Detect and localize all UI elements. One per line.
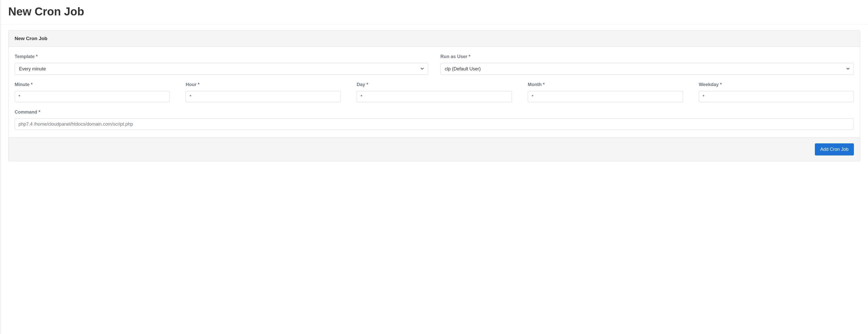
field-minute: Minute * bbox=[14, 82, 169, 102]
run-as-user-label: Run as User * bbox=[440, 54, 854, 59]
field-command: Command * bbox=[14, 109, 854, 130]
row-template-user: Template * Every minute Run as User * bbox=[14, 54, 854, 75]
day-input[interactable] bbox=[357, 91, 512, 102]
hour-input[interactable] bbox=[186, 91, 341, 102]
panel-footer: Add Cron Job bbox=[8, 137, 860, 161]
page-title: New Cron Job bbox=[1, 3, 868, 24]
minute-input[interactable] bbox=[14, 91, 169, 102]
add-cron-job-button[interactable]: Add Cron Job bbox=[815, 143, 854, 156]
day-label: Day * bbox=[357, 82, 512, 87]
title-divider bbox=[1, 24, 868, 25]
command-input[interactable] bbox=[14, 118, 854, 130]
panel-header-title: New Cron Job bbox=[14, 36, 854, 41]
template-select[interactable]: Every minute bbox=[14, 63, 428, 75]
minute-label: Minute * bbox=[14, 82, 169, 87]
month-label: Month * bbox=[528, 82, 683, 87]
field-weekday: Weekday * bbox=[699, 82, 854, 102]
weekday-label: Weekday * bbox=[699, 82, 854, 87]
month-input[interactable] bbox=[528, 91, 683, 102]
field-month: Month * bbox=[528, 82, 683, 102]
run-as-user-select[interactable]: clp (Default User) bbox=[440, 63, 854, 75]
run-as-user-select-wrap: clp (Default User) bbox=[440, 63, 854, 75]
field-template: Template * Every minute bbox=[14, 54, 428, 75]
panel-body: Template * Every minute Run as User * bbox=[8, 47, 860, 137]
template-label: Template * bbox=[14, 54, 428, 59]
cron-job-panel: New Cron Job Template * Every minute bbox=[8, 30, 860, 161]
weekday-input[interactable] bbox=[699, 91, 854, 102]
template-select-wrap: Every minute bbox=[14, 63, 428, 75]
field-run-as-user: Run as User * clp (Default User) bbox=[440, 54, 854, 75]
panel-header: New Cron Job bbox=[8, 31, 860, 47]
command-label: Command * bbox=[14, 109, 854, 115]
field-day: Day * bbox=[357, 82, 512, 102]
hour-label: Hour * bbox=[186, 82, 341, 87]
row-schedule: Minute * Hour * Day * Month * Weekday * bbox=[14, 82, 854, 102]
row-command: Command * bbox=[14, 109, 854, 130]
field-hour: Hour * bbox=[186, 82, 341, 102]
